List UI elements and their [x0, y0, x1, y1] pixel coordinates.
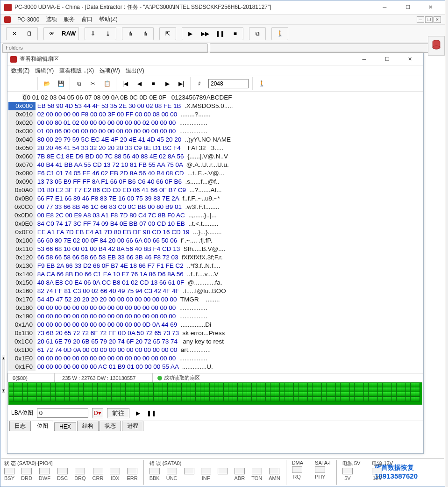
led-ABR	[235, 468, 245, 474]
exit-run-icon[interactable]: 🚶	[275, 29, 285, 39]
led-DRQ	[75, 468, 85, 474]
led-DSC	[57, 468, 68, 474]
mdi-minimize-icon[interactable]: ─	[417, 16, 424, 23]
status-pos: 0($00)	[7, 373, 54, 382]
inner-menu-edit[interactable]: 编辑(Y)	[35, 67, 54, 75]
menu-options[interactable]: 选项	[46, 15, 57, 23]
menu-pc3000[interactable]: PC-3000	[17, 16, 39, 23]
led-INF	[201, 468, 211, 474]
satai-label: SATA-I	[315, 460, 331, 466]
hex-dump-area[interactable]: 00 01 02 03 04 05 06 07 08 09 0A 0B 0C 0…	[7, 92, 423, 373]
main-titlebar: PC-3000 UDMA-E - China - [Data Extractor…	[0, 0, 445, 14]
inner-menu-exit[interactable]: 退出(V)	[126, 67, 144, 75]
led-TON	[252, 468, 262, 474]
menu-window[interactable]: 窗口	[81, 15, 92, 23]
side-db-tool[interactable]	[428, 36, 445, 56]
minimize-button[interactable]: ─	[374, 0, 395, 14]
play-icon[interactable]: ▶	[185, 29, 195, 39]
tree1-icon[interactable]: ⋔	[125, 29, 135, 39]
status-size: : 235 W : 22763 DW : 130130557	[54, 373, 152, 382]
vertical-scrubber[interactable]: ▲▼	[2, 356, 5, 393]
tree2-icon[interactable]: ⋔	[140, 29, 150, 39]
led-blank	[218, 468, 228, 474]
tab-bitmap[interactable]: 位图	[32, 421, 53, 431]
lba-input[interactable]	[37, 408, 88, 418]
inner-app-icon	[10, 56, 17, 63]
led-DWF	[39, 468, 50, 474]
menu-help[interactable]: 帮助(Z)	[99, 15, 117, 23]
progress-grid[interactable]	[8, 382, 422, 405]
pause-icon[interactable]: ❚❚	[215, 29, 225, 39]
inner-menu-template[interactable]: 查看模版 ..(X)	[59, 67, 94, 75]
goto-sector-icon[interactable]: ♯	[194, 79, 205, 89]
lba-play-icon[interactable]: ▶	[136, 410, 140, 416]
inner-toolbar: 📂💾 ⧉✂📋 |◀ ◀ ■ ▶ ▶| ♯ 🚶	[7, 76, 423, 92]
status-msg: 成功读取的扇区	[152, 373, 205, 382]
maximize-button[interactable]: ☐	[397, 0, 418, 14]
led-IDX	[110, 468, 120, 474]
outer-menubar: PC-3000 选项 服务 窗口 帮助(Z) ─ ❐ ✕	[0, 14, 445, 25]
exit-icon[interactable]: 🚶	[256, 79, 267, 89]
prev-icon[interactable]: ◀	[134, 79, 144, 89]
inner-maximize-button[interactable]: ☐	[377, 52, 398, 66]
next-icon[interactable]: ▶	[162, 79, 172, 89]
menu-service[interactable]: 服务	[64, 15, 75, 23]
dma-label: DMA	[292, 460, 303, 466]
inner-close-button[interactable]: ✕	[399, 52, 420, 66]
cut-icon[interactable]: ✂	[88, 79, 98, 89]
first-icon[interactable]: |◀	[120, 79, 130, 89]
lba-pause-icon[interactable]: ❚❚	[147, 410, 156, 416]
led-AMN	[269, 468, 279, 474]
hex-editor-window: 查看和编辑扇区 ─ ☐ ✕ 数据(Z) 编辑(Y) 查看模版 ..(X) 选项(…	[7, 53, 424, 454]
outer-toolbar: ✕🗒 👁RAW ⇩⤓ ⋔⋔ ⇱ ▶▶▶❚❚■ ⧉ 🚶	[0, 25, 445, 43]
copy2-icon[interactable]: ⧉	[74, 79, 84, 89]
report-icon[interactable]: 🗒	[24, 29, 35, 39]
inner-title: 查看和编辑扇区	[20, 55, 354, 63]
save-icon[interactable]: 💾	[56, 79, 66, 89]
folders-pane-header: Folders	[2, 43, 208, 53]
led-BSY	[4, 468, 14, 474]
copy-icon[interactable]: ⧉	[252, 29, 263, 39]
right-pane-header	[210, 43, 443, 53]
sata0-status-label: 状 态 (SATA0)-[PIO4]	[4, 460, 138, 467]
tab-log[interactable]: 日志	[9, 421, 31, 431]
power12v-led	[372, 468, 382, 474]
bottom-status-panel: 状 态 (SATA0)-[PIO4] BSYDRDDWFDSCDRQCRRIDX…	[1, 458, 444, 486]
power5v-label: 电源 5V	[342, 460, 361, 467]
inner-menu-options[interactable]: 选项(W)	[100, 67, 120, 75]
satai-led	[315, 466, 325, 473]
close-button[interactable]: ✕	[420, 0, 441, 14]
led-blank	[184, 468, 194, 474]
tab-hex[interactable]: HEX	[54, 422, 76, 431]
led-UNC	[167, 468, 177, 474]
paste-icon[interactable]: 📋	[102, 79, 112, 89]
inner-minimize-button[interactable]: ─	[354, 52, 375, 66]
inner-menu-data[interactable]: 数据(Z)	[11, 67, 29, 75]
last-icon[interactable]: ▶|	[176, 79, 186, 89]
tab-status[interactable]: 状态	[100, 421, 121, 431]
green-indicator-icon	[157, 376, 162, 380]
dma-led	[292, 466, 302, 473]
sector-input[interactable]	[208, 79, 249, 88]
lba-goto-button[interactable]: 前往	[107, 408, 129, 418]
binoculars-icon[interactable]: 👁	[47, 29, 57, 39]
tools-icon[interactable]: ✕	[9, 29, 20, 39]
led-CRR	[93, 468, 103, 474]
tab-struct[interactable]: 结构	[77, 421, 99, 431]
ffwd-icon[interactable]: ▶▶	[200, 29, 210, 39]
led-BBK	[149, 468, 160, 474]
power12v-label: 电源 12V	[372, 460, 393, 467]
mdi-restore-icon[interactable]: ❐	[425, 16, 433, 23]
stop-nav-icon[interactable]: ■	[148, 79, 158, 89]
import-icon[interactable]: ⇱	[163, 29, 173, 39]
led-ERR	[127, 468, 137, 474]
tab-process[interactable]: 进程	[122, 421, 143, 431]
export-icon[interactable]: ⤓	[103, 29, 113, 39]
export-down-icon[interactable]: ⇩	[88, 29, 98, 39]
open-icon[interactable]: 📂	[42, 79, 52, 89]
raw-button[interactable]: RAW	[62, 30, 76, 37]
stop-icon[interactable]: ■	[230, 29, 240, 39]
power5v-led	[342, 468, 353, 474]
lba-down-button[interactable]: D▾	[92, 408, 103, 418]
mdi-close-icon[interactable]: ✕	[434, 16, 441, 23]
